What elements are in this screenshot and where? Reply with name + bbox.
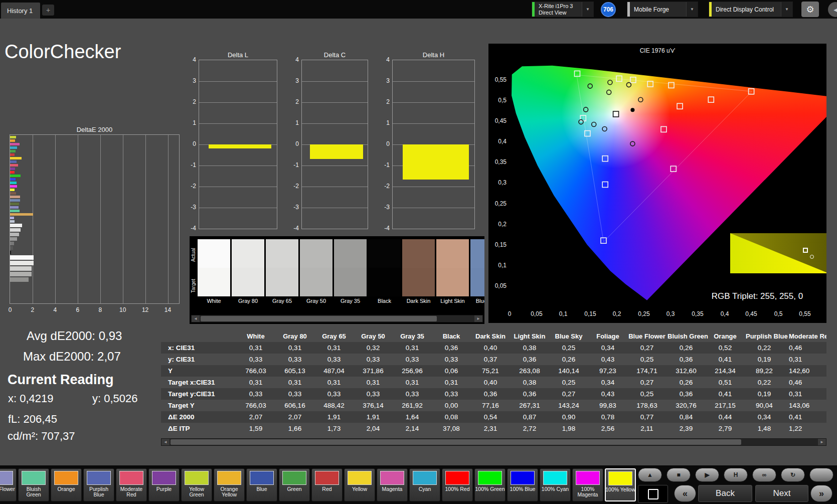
pattern-source-dropdown[interactable]: Mobile Forge ▼ xyxy=(627,2,698,17)
display-control-dropdown[interactable]: Direct Display Control ▼ xyxy=(709,2,793,17)
table-cell: 0,54 xyxy=(471,411,510,423)
top-bar: History 1 + X-Rite i1Pro 3 Direct View ▼… xyxy=(0,0,837,19)
display-control-accent xyxy=(709,2,712,17)
swatch-strip-scrollbar[interactable]: ◄ ► xyxy=(191,315,483,322)
target-swatch-half xyxy=(368,268,401,296)
add-tab-button[interactable]: + xyxy=(42,5,54,16)
tab-history-1[interactable]: History 1 xyxy=(1,3,40,19)
patch-button-yellow-green[interactable]: Yellow Green xyxy=(181,468,212,501)
scroll-right-icon[interactable]: ► xyxy=(818,439,826,445)
swatch-row xyxy=(198,239,484,296)
measurement-count-badge[interactable]: 706 xyxy=(601,2,616,17)
patch-button-100-green[interactable]: 100% Green xyxy=(474,468,506,501)
pattern-window-button[interactable] xyxy=(638,485,668,503)
table-cell: 143,24 xyxy=(549,400,588,411)
patch-button-100-red[interactable]: 100% Red xyxy=(442,468,473,501)
axis-tick-label: 4 xyxy=(288,56,299,63)
extra-button[interactable] xyxy=(809,468,833,482)
table-row: y: CIE310,330,330,330,330,330,330,370,36… xyxy=(161,354,826,365)
scrollbar-track[interactable] xyxy=(200,315,474,322)
column-header: Moderate Red xyxy=(784,330,826,342)
table-cell: 263,08 xyxy=(510,365,549,377)
actual-swatch-half xyxy=(334,239,367,268)
table-cell: 0,31 xyxy=(354,377,393,388)
previous-chevron-button[interactable]: « xyxy=(674,485,696,502)
back-button[interactable]: Back xyxy=(698,485,752,502)
table-cell: 0,31 xyxy=(393,377,432,388)
patch-button-red[interactable]: Red xyxy=(311,468,343,501)
table-cell: 0,84 xyxy=(666,411,706,423)
patch-button-purple[interactable]: Purple xyxy=(148,468,180,501)
pause-button[interactable]: H xyxy=(724,468,748,482)
stop-button[interactable]: ■ xyxy=(666,468,691,482)
meter-dropdown[interactable]: X-Rite i1Pro 3 Direct View ▼ xyxy=(532,2,594,17)
patch-button-100-magenta[interactable]: 100% Magenta xyxy=(572,468,603,501)
target-swatch-half xyxy=(436,268,469,296)
gear-icon: ⚙ xyxy=(806,4,814,15)
table-cell: 1,22 xyxy=(784,423,826,434)
next-chevron-button[interactable]: » xyxy=(810,485,832,502)
repeat-button[interactable]: ↻ xyxy=(781,468,805,482)
patch-button-blue[interactable]: Blue xyxy=(246,468,277,501)
scrollbar-track[interactable] xyxy=(170,439,818,445)
table-cell: 320,76 xyxy=(666,400,706,411)
patch-button-bluish-green[interactable]: Bluish Green xyxy=(18,468,49,501)
patch-button-magenta[interactable]: Magenta xyxy=(377,468,408,501)
deltae-bar xyxy=(10,272,32,276)
patch-button-100-blue[interactable]: 100% Blue xyxy=(507,468,538,501)
axis-tick-label: 0,55 xyxy=(488,76,507,83)
table-cell: 2,14 xyxy=(393,423,432,434)
settings-button[interactable]: ⚙ xyxy=(801,2,819,17)
patch-button-purplish-blue[interactable]: Purplish Blue xyxy=(83,468,114,501)
axis-tick-label: 3 xyxy=(379,77,390,84)
continuous-button[interactable]: ∞ xyxy=(752,468,776,482)
axis-tick-label: 0,5 xyxy=(488,97,507,104)
actual-swatch-half xyxy=(232,239,264,268)
scroll-left-icon[interactable]: ◄ xyxy=(161,439,170,445)
table-cell: 0,34 xyxy=(588,342,627,354)
table-cell: 0,31 xyxy=(432,377,471,388)
next-button[interactable]: Next xyxy=(755,485,808,502)
axis-tick-label: 2 xyxy=(27,306,39,313)
table-cell: 99,83 xyxy=(588,400,627,411)
results-table-scrollbar[interactable]: ◄ ► xyxy=(161,438,826,446)
patch-button-yellow[interactable]: Yellow xyxy=(344,468,375,501)
gridline xyxy=(199,123,277,124)
table-cell: 0,40 xyxy=(471,377,510,388)
scrollbar-thumb[interactable] xyxy=(171,439,741,445)
patch-button-cyan[interactable]: Cyan xyxy=(409,468,440,501)
table-cell: 0,52 xyxy=(706,342,745,354)
dc-bar xyxy=(310,144,363,159)
row-label: x: CIE31 xyxy=(161,342,236,354)
gridline xyxy=(199,165,277,166)
scroll-right-icon[interactable]: ► xyxy=(474,315,482,322)
patch-color-swatch xyxy=(445,471,469,485)
patch-button-label: Yellow xyxy=(345,486,375,492)
chevron-down-icon[interactable]: ▼ xyxy=(781,2,792,17)
table-row: Target Y766,03606,16488,42376,14261,920,… xyxy=(161,400,826,411)
chevron-down-icon[interactable]: ▼ xyxy=(686,2,698,17)
patch-button-orange-yellow[interactable]: Orange Yellow xyxy=(214,468,245,501)
column-header: Gray 65 xyxy=(314,330,354,342)
table-cell: 0,26 xyxy=(666,377,706,388)
target-row-label: Target xyxy=(191,271,196,300)
row-label: ΔE ITP xyxy=(161,423,236,434)
table-cell: 143,06 xyxy=(784,400,826,411)
axis-tick-label: 0,05 xyxy=(527,310,547,317)
patch-button-100-yellow[interactable]: 100% Yellow xyxy=(605,468,636,501)
delta-h-chart: 43210-1-2-3-4 xyxy=(392,60,475,229)
collapse-panel-button[interactable]: ◀ xyxy=(828,2,837,17)
patch-button-100-cyan[interactable]: 100% Cyan xyxy=(540,468,571,501)
play-button[interactable]: ▶ xyxy=(695,468,719,482)
scrollbar-thumb[interactable] xyxy=(201,316,437,321)
eject-button[interactable]: ▲ xyxy=(638,468,662,482)
patch-button-green[interactable]: Green xyxy=(279,468,310,501)
patch-button-orange[interactable]: Orange xyxy=(51,468,82,501)
patch-button-label: 100% Cyan xyxy=(540,486,570,492)
table-cell: 0,41 xyxy=(784,411,826,423)
patch-button-moderate-red[interactable]: Moderate Red xyxy=(116,468,147,501)
meter-status-accent xyxy=(532,2,535,17)
patch-button-blue-flower[interactable]: Blue Flower xyxy=(0,468,17,501)
chevron-down-icon[interactable]: ▼ xyxy=(582,2,593,17)
scroll-left-icon[interactable]: ◄ xyxy=(192,315,200,322)
